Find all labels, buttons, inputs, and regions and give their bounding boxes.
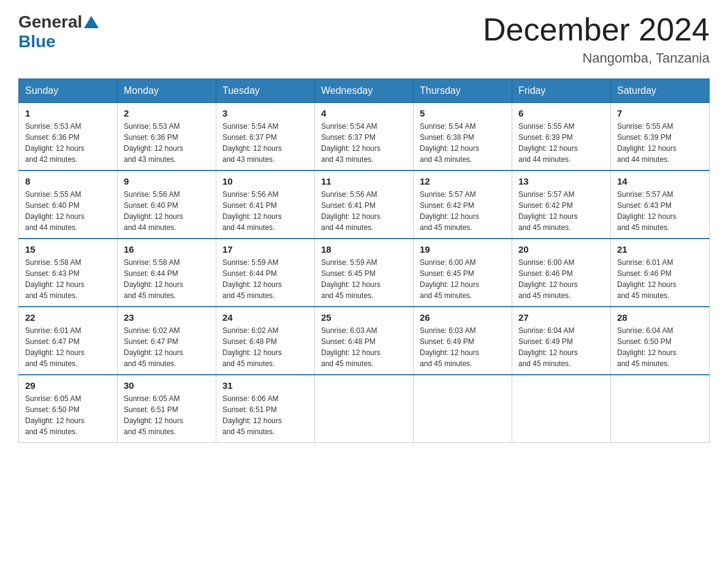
calendar-cell: 19Sunrise: 6:00 AMSunset: 6:45 PMDayligh… — [414, 239, 512, 307]
day-info: Sunrise: 6:05 AMSunset: 6:51 PMDaylight:… — [124, 393, 210, 437]
day-info: Sunrise: 6:02 AMSunset: 6:48 PMDaylight:… — [222, 325, 308, 369]
calendar-cell: 30Sunrise: 6:05 AMSunset: 6:51 PMDayligh… — [118, 375, 216, 443]
calendar-cell — [512, 375, 611, 443]
day-info: Sunrise: 6:02 AMSunset: 6:47 PMDaylight:… — [124, 325, 210, 369]
day-number: 13 — [518, 176, 604, 186]
day-number: 8 — [25, 176, 111, 186]
day-info: Sunrise: 6:03 AMSunset: 6:49 PMDaylight:… — [420, 325, 506, 369]
day-info: Sunrise: 5:54 AMSunset: 6:37 PMDaylight:… — [222, 121, 308, 165]
weekday-header-thursday: Thursday — [414, 79, 512, 103]
calendar-cell: 27Sunrise: 6:04 AMSunset: 6:49 PMDayligh… — [512, 307, 611, 375]
calendar-week-row: 22Sunrise: 6:01 AMSunset: 6:47 PMDayligh… — [19, 307, 710, 375]
calendar-cell: 3Sunrise: 5:54 AMSunset: 6:37 PMDaylight… — [216, 103, 315, 171]
day-number: 26 — [420, 312, 506, 323]
day-number: 15 — [25, 244, 111, 255]
day-number: 5 — [420, 108, 506, 118]
logo-text: General — [18, 12, 100, 32]
calendar-cell: 1Sunrise: 5:53 AMSunset: 6:36 PMDaylight… — [19, 103, 118, 171]
weekday-header-monday: Monday — [118, 79, 216, 103]
day-number: 19 — [420, 244, 506, 255]
day-number: 29 — [25, 380, 111, 391]
weekday-header-wednesday: Wednesday — [315, 79, 414, 103]
day-number: 12 — [420, 176, 506, 186]
calendar-cell — [315, 375, 414, 443]
calendar-cell: 8Sunrise: 5:55 AMSunset: 6:40 PMDaylight… — [19, 170, 118, 239]
calendar-week-row: 15Sunrise: 5:58 AMSunset: 6:43 PMDayligh… — [19, 239, 710, 307]
day-info: Sunrise: 6:04 AMSunset: 6:49 PMDaylight:… — [518, 325, 604, 369]
logo-triangle-icon — [84, 16, 99, 28]
calendar-cell: 7Sunrise: 5:55 AMSunset: 6:39 PMDaylight… — [611, 103, 710, 171]
day-info: Sunrise: 5:59 AMSunset: 6:44 PMDaylight:… — [222, 257, 308, 301]
day-info: Sunrise: 5:55 AMSunset: 6:39 PMDaylight:… — [617, 121, 703, 165]
calendar-cell: 12Sunrise: 5:57 AMSunset: 6:42 PMDayligh… — [414, 170, 512, 239]
calendar-cell: 18Sunrise: 5:59 AMSunset: 6:45 PMDayligh… — [315, 239, 414, 307]
day-number: 6 — [518, 108, 604, 118]
calendar-cell: 13Sunrise: 5:57 AMSunset: 6:42 PMDayligh… — [512, 170, 611, 239]
day-info: Sunrise: 5:59 AMSunset: 6:45 PMDaylight:… — [321, 257, 407, 301]
day-number: 23 — [124, 312, 210, 323]
calendar-cell: 15Sunrise: 5:58 AMSunset: 6:43 PMDayligh… — [19, 239, 118, 307]
calendar-cell: 22Sunrise: 6:01 AMSunset: 6:47 PMDayligh… — [19, 307, 118, 375]
day-number: 4 — [321, 108, 407, 118]
calendar-cell: 24Sunrise: 6:02 AMSunset: 6:48 PMDayligh… — [216, 307, 315, 375]
calendar-cell: 14Sunrise: 5:57 AMSunset: 6:43 PMDayligh… — [611, 170, 710, 239]
day-number: 21 — [617, 244, 703, 255]
calendar-cell: 10Sunrise: 5:56 AMSunset: 6:41 PMDayligh… — [216, 170, 315, 239]
day-info: Sunrise: 6:00 AMSunset: 6:45 PMDaylight:… — [420, 257, 506, 301]
day-info: Sunrise: 5:55 AMSunset: 6:39 PMDaylight:… — [518, 121, 604, 165]
calendar-cell: 16Sunrise: 5:58 AMSunset: 6:44 PMDayligh… — [118, 239, 216, 307]
calendar-cell: 20Sunrise: 6:00 AMSunset: 6:46 PMDayligh… — [512, 239, 611, 307]
day-info: Sunrise: 5:57 AMSunset: 6:43 PMDaylight:… — [617, 189, 703, 233]
day-info: Sunrise: 5:53 AMSunset: 6:36 PMDaylight:… — [124, 121, 210, 165]
day-info: Sunrise: 5:57 AMSunset: 6:42 PMDaylight:… — [518, 189, 604, 233]
day-number: 22 — [25, 312, 111, 323]
day-info: Sunrise: 5:53 AMSunset: 6:36 PMDaylight:… — [25, 121, 111, 165]
day-number: 25 — [321, 312, 407, 323]
day-info: Sunrise: 6:01 AMSunset: 6:47 PMDaylight:… — [25, 325, 111, 369]
title-section: December 2024 Nangomba, Tanzania — [483, 12, 710, 66]
day-info: Sunrise: 5:55 AMSunset: 6:40 PMDaylight:… — [25, 189, 111, 233]
day-number: 11 — [321, 176, 407, 186]
logo: General Blue — [18, 12, 100, 52]
day-number: 27 — [518, 312, 604, 323]
day-number: 16 — [124, 244, 210, 255]
day-info: Sunrise: 6:05 AMSunset: 6:50 PMDaylight:… — [25, 393, 111, 437]
weekday-header-sunday: Sunday — [19, 79, 118, 103]
day-info: Sunrise: 5:58 AMSunset: 6:44 PMDaylight:… — [124, 257, 210, 301]
page-header: General Blue December 2024 Nangomba, Tan… — [18, 12, 710, 66]
calendar-cell: 4Sunrise: 5:54 AMSunset: 6:37 PMDaylight… — [315, 103, 414, 171]
calendar-table: SundayMondayTuesdayWednesdayThursdayFrid… — [18, 79, 710, 443]
day-number: 3 — [222, 108, 308, 118]
day-info: Sunrise: 6:06 AMSunset: 6:51 PMDaylight:… — [222, 393, 308, 437]
logo-general: General — [18, 12, 82, 32]
month-title: December 2024 — [483, 12, 710, 47]
calendar-cell: 21Sunrise: 6:01 AMSunset: 6:46 PMDayligh… — [611, 239, 710, 307]
day-info: Sunrise: 5:56 AMSunset: 6:41 PMDaylight:… — [321, 189, 407, 233]
day-info: Sunrise: 6:03 AMSunset: 6:48 PMDaylight:… — [321, 325, 407, 369]
calendar-cell: 6Sunrise: 5:55 AMSunset: 6:39 PMDaylight… — [512, 103, 611, 171]
day-info: Sunrise: 6:01 AMSunset: 6:46 PMDaylight:… — [617, 257, 703, 301]
day-info: Sunrise: 5:56 AMSunset: 6:41 PMDaylight:… — [222, 189, 308, 233]
weekday-header-tuesday: Tuesday — [216, 79, 315, 103]
day-number: 31 — [222, 380, 308, 391]
day-info: Sunrise: 5:56 AMSunset: 6:40 PMDaylight:… — [124, 189, 210, 233]
calendar-cell: 5Sunrise: 5:54 AMSunset: 6:38 PMDaylight… — [414, 103, 512, 171]
logo-blue: Blue — [18, 32, 56, 52]
day-number: 9 — [124, 176, 210, 186]
day-number: 30 — [124, 380, 210, 391]
day-info: Sunrise: 6:04 AMSunset: 6:50 PMDaylight:… — [617, 325, 703, 369]
weekday-header-saturday: Saturday — [611, 79, 710, 103]
day-number: 28 — [617, 312, 703, 323]
calendar-cell: 25Sunrise: 6:03 AMSunset: 6:48 PMDayligh… — [315, 307, 414, 375]
calendar-cell: 23Sunrise: 6:02 AMSunset: 6:47 PMDayligh… — [118, 307, 216, 375]
calendar-cell: 17Sunrise: 5:59 AMSunset: 6:44 PMDayligh… — [216, 239, 315, 307]
calendar-cell: 2Sunrise: 5:53 AMSunset: 6:36 PMDaylight… — [118, 103, 216, 171]
day-info: Sunrise: 5:58 AMSunset: 6:43 PMDaylight:… — [25, 257, 111, 301]
day-info: Sunrise: 6:00 AMSunset: 6:46 PMDaylight:… — [518, 257, 604, 301]
day-number: 20 — [518, 244, 604, 255]
calendar-cell: 9Sunrise: 5:56 AMSunset: 6:40 PMDaylight… — [118, 170, 216, 239]
day-number: 1 — [25, 108, 111, 118]
location-title: Nangomba, Tanzania — [483, 50, 710, 66]
calendar-cell — [414, 375, 512, 443]
day-info: Sunrise: 5:54 AMSunset: 6:38 PMDaylight:… — [420, 121, 506, 165]
